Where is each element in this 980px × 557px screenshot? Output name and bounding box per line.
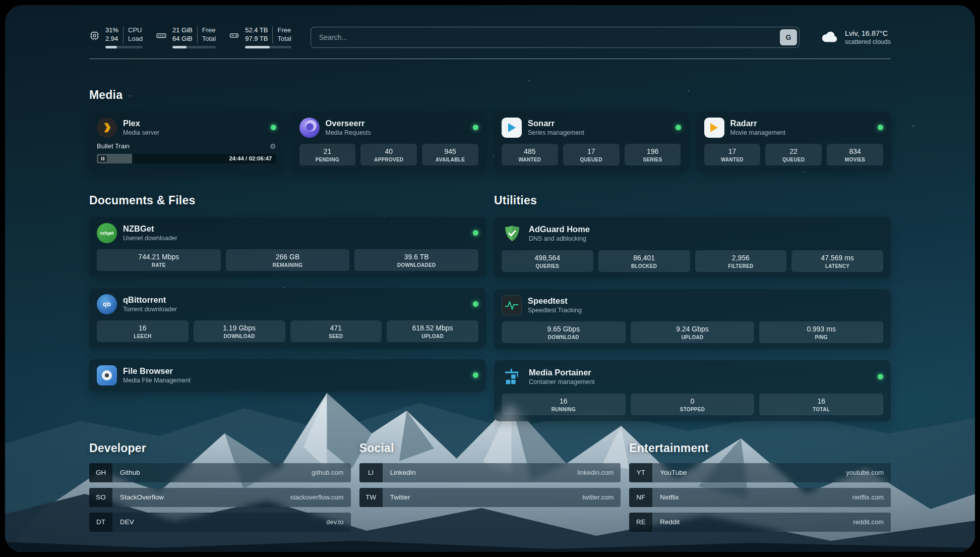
bookmark-url: linkedin.com [577, 463, 621, 482]
section-entertainment: Entertainment YT YouTube youtube.com NF … [629, 441, 891, 537]
service-subtitle: Series management [528, 129, 584, 136]
nzbget-icon: nzbget [97, 223, 117, 243]
stat-value: 17 [706, 147, 759, 155]
topbar: 31% 2.94 CPU Load [89, 26, 891, 48]
weather-widget: Lviv, 16.87°C scattered clouds [821, 29, 891, 45]
stat-label: TOTAL [761, 407, 882, 412]
stat-value: 834 [828, 147, 882, 155]
section-title-developer: Developer [89, 441, 351, 455]
stat-box: 471 SEED [290, 320, 382, 342]
bookmark-row-youtube[interactable]: YT YouTube youtube.com [629, 463, 891, 482]
section-title-entertainment: Entertainment [629, 441, 891, 455]
service-subtitle: Media server [123, 129, 159, 136]
bookmark-row-stackoverflow[interactable]: SO StackOverflow stackoverflow.com [89, 488, 351, 507]
gear-icon[interactable]: ⚙ [270, 142, 276, 150]
disk-widget: 52.4 TB 97.9 TB Free Total [229, 26, 291, 48]
pause-button[interactable] [98, 155, 107, 162]
bookmark-row-twitter[interactable]: TW Twitter twitter.com [359, 488, 621, 507]
stat-value: 498,564 [503, 254, 592, 262]
stat-box: 834 MOVIES [827, 144, 883, 165]
status-dot [271, 125, 276, 130]
section-title-social: Social [359, 441, 621, 455]
stat-value: 39.6 TB [356, 253, 477, 261]
stat-value: 16 [98, 324, 187, 332]
memory-total: 64 GiB [172, 35, 193, 43]
search-input[interactable] [311, 27, 800, 48]
stat-value: 196 [626, 147, 680, 155]
section-utilities: Utilities [494, 194, 891, 421]
stat-label: AVAILABLE [423, 157, 477, 162]
stat-label: REMAINING [227, 262, 348, 268]
adguard-card[interactable]: AdGuard Home DNS and adblocking 498,564 … [494, 217, 891, 278]
stat-box: 17 WANTED [704, 144, 761, 165]
stat-box: 1.19 Gbps DOWNLOAD [194, 320, 285, 342]
now-playing-title: Bullet Train [97, 142, 130, 150]
service-name: Plex [123, 119, 159, 128]
stat-label: SEED [292, 333, 381, 339]
stat-value: 86,401 [600, 254, 689, 262]
plex-card[interactable]: Plex Media server Bullet Train ⚙ 24:44 /… [89, 112, 284, 172]
stat-box: 39.6 TB DOWNLOADED [354, 249, 478, 271]
bookmark-row-netflix[interactable]: NF Netflix netflix.com [629, 488, 891, 507]
stat-label: BLOCKED [600, 263, 689, 269]
cpu-icon [89, 30, 100, 43]
bookmark-name: StackOverflow [112, 488, 164, 507]
bookmark-url: youtube.com [846, 463, 891, 482]
disk-icon [229, 30, 239, 43]
sonarr-card[interactable]: Sonarr Series management 485 WANTED 17 Q… [494, 112, 689, 172]
stat-label: LEECH [98, 333, 187, 339]
stat-label: FILTERED [697, 263, 785, 269]
stat-value: 485 [503, 147, 557, 155]
stat-box: 945 AVAILABLE [422, 144, 478, 165]
stat-value: 744.21 Mbps [98, 253, 219, 261]
stat-label: QUERIES [503, 263, 592, 269]
stat-box: 618.52 Mbps UPLOAD [387, 320, 478, 342]
stat-label: LATENCY [793, 263, 882, 269]
filebrowser-card[interactable]: File Browser Media File Management [89, 359, 486, 392]
bookmark-url: twitter.com [582, 488, 621, 507]
memory-bar [172, 46, 216, 48]
stat-value: 266 GB [227, 253, 348, 261]
filebrowser-icon [97, 365, 117, 385]
stat-box: 196 SERIES [625, 144, 681, 165]
stat-value: 16 [503, 397, 624, 405]
search-engine-button[interactable]: G [780, 29, 797, 45]
bookmark-name: Github [112, 463, 140, 482]
overseerr-card[interactable]: Overseerr Media Requests 21 PENDING 40 A… [292, 112, 486, 172]
bookmark-row-reddit[interactable]: RE Reddit reddit.com [629, 513, 891, 532]
section-social: Social LI LinkedIn linkedin.com TW Twitt… [359, 441, 621, 537]
memory-free: 21 GiB [172, 26, 193, 35]
portainer-card[interactable]: Media Portainer Container management 16 … [494, 360, 891, 421]
stat-box: 21 PENDING [299, 144, 356, 165]
playback-progress[interactable]: 24:44 / 02:06:47 [97, 154, 276, 163]
playback-time: 24:44 / 02:06:47 [229, 154, 272, 163]
bookmark-abbr: DT [89, 513, 112, 532]
bookmark-row-linkedin[interactable]: LI LinkedIn linkedin.com [359, 463, 621, 482]
cpu-percent: 31% [105, 26, 118, 35]
section-documents: Documents & Files nzbget NZBGet Usenet d… [89, 194, 486, 421]
stat-value: 16 [761, 397, 882, 405]
qbittorrent-card[interactable]: qb qBittorrent Torrent downloader 16 LEE… [89, 288, 486, 348]
bookmark-row-dev[interactable]: DT DEV dev.to [89, 513, 351, 532]
stat-box: 744.21 Mbps RATE [97, 249, 221, 271]
system-metrics: 31% 2.94 CPU Load [89, 26, 291, 48]
stat-box: 16 RUNNING [502, 394, 626, 415]
speedtest-card[interactable]: Speedtest Speedtest Tracking 9.65 Gbps D… [494, 289, 891, 349]
bookmark-row-github[interactable]: GH Github github.com [89, 463, 351, 482]
stat-value: 21 [301, 147, 354, 155]
status-dot [473, 301, 478, 307]
status-dot [878, 374, 883, 379]
stat-box: 22 QUEUED [765, 144, 822, 165]
stat-box: 485 WANTED [502, 144, 558, 165]
stat-box: 40 APPROVED [360, 144, 417, 165]
service-subtitle: Usenet downloader [123, 235, 177, 242]
radarr-icon [704, 118, 724, 138]
stat-label: DOWNLOAD [195, 333, 284, 339]
bookmark-name: YouTube [652, 463, 687, 482]
weather-condition: scattered clouds [845, 38, 891, 45]
stat-value: 0.993 ms [761, 325, 882, 333]
radarr-card[interactable]: Radarr Movie management 17 WANTED 22 QUE… [697, 112, 891, 172]
nzbget-card[interactable]: nzbget NZBGet Usenet downloader 744.21 M… [89, 217, 486, 277]
stat-value: 9.65 Gbps [503, 325, 624, 333]
stat-value: 2,956 [697, 254, 785, 262]
